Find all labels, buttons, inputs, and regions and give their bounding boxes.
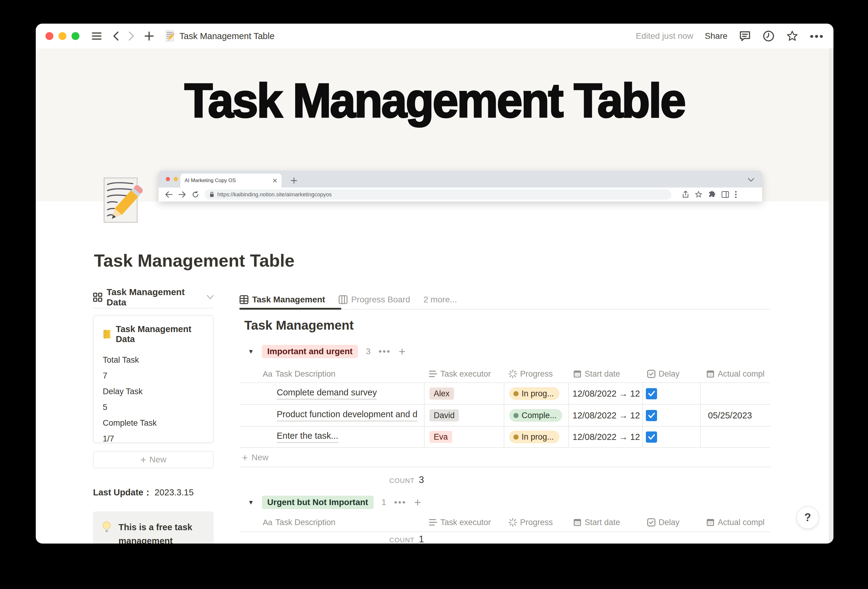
group-more-icon[interactable]: ••• <box>394 497 406 508</box>
calendar-icon <box>706 518 714 527</box>
task-title[interactable]: Complete demand survey <box>277 388 377 400</box>
table-header-row: Aa Task Description Task executor Progre… <box>239 367 771 381</box>
toolbar: Task Management Table Edited just now Sh… <box>36 24 833 49</box>
calendar-icon <box>573 370 582 378</box>
vertical-scrollbar[interactable] <box>829 49 833 543</box>
group-add-icon[interactable]: + <box>399 345 405 358</box>
column-task-description[interactable]: Aa Task Description <box>239 515 424 530</box>
data-card[interactable]: Task Management Data Total Task 7 Delay … <box>93 315 214 443</box>
tab-plus-icon <box>291 177 297 184</box>
active-tab-underline <box>239 308 341 310</box>
stat-value: 5 <box>103 399 204 415</box>
page-cover: Task Management Table AI Marketing Copy … <box>36 49 833 201</box>
delay-checkbox-checked[interactable] <box>646 388 657 399</box>
column-delay[interactable]: Delay <box>642 515 700 530</box>
history-icon[interactable] <box>763 30 775 42</box>
executor-tag[interactable]: David <box>430 409 459 421</box>
back-icon[interactable] <box>113 31 119 41</box>
browser-bookmark-star-icon <box>695 191 702 198</box>
column-progress[interactable]: Progress <box>504 367 568 381</box>
column-start-date[interactable]: Start date <box>568 515 642 530</box>
table-row[interactable]: Complete demand survey Alex In prog... 1… <box>239 382 771 404</box>
traffic-light-zoom[interactable] <box>72 32 80 40</box>
callout: This is a free task management system. <box>93 511 214 543</box>
actual-completion-cell[interactable]: 05/25/2023 <box>700 405 771 426</box>
window-title: Task Management Table <box>179 31 275 41</box>
count-value: 1 <box>419 534 424 543</box>
bulb-icon <box>102 521 112 534</box>
column-delay[interactable]: Delay <box>642 367 700 381</box>
sidebar-new-button[interactable]: + New <box>93 451 214 468</box>
column-actual-completion[interactable]: Actual compl <box>700 367 771 381</box>
column-start-date[interactable]: Start date <box>568 367 642 381</box>
page-icon-memo[interactable] <box>97 177 144 224</box>
tabbar-chevron-down-icon <box>748 178 754 182</box>
group-toggle-icon[interactable]: ▼ <box>248 348 254 355</box>
plus-icon: + <box>140 455 146 465</box>
group-header-important-urgent: ▼ Important and urgent 3 ••• + <box>248 343 406 360</box>
column-actual-completion[interactable]: Actual compl <box>700 515 771 530</box>
status-dot <box>514 413 518 418</box>
card-title: Task Management Data <box>116 324 204 344</box>
comments-icon[interactable] <box>739 30 751 42</box>
actual-completion-cell[interactable] <box>700 427 771 447</box>
table-new-row[interactable]: + New <box>239 449 771 467</box>
share-button[interactable]: Share <box>705 31 728 41</box>
progress-status[interactable]: In prog... <box>509 387 559 400</box>
more-options-icon[interactable]: ••• <box>810 30 824 42</box>
task-title[interactable]: Enter the task... <box>277 431 338 443</box>
group-add-icon[interactable]: + <box>414 496 421 509</box>
lock-icon <box>210 192 214 198</box>
tab-more-views[interactable]: 2 more... <box>424 295 457 304</box>
group-count-footer[interactable]: COUNT 3 <box>239 474 424 486</box>
database-tabs: Task Management Progress Board 2 more... <box>239 290 457 309</box>
group-toggle-icon[interactable]: ▼ <box>248 499 254 506</box>
new-row-label: New <box>252 453 269 462</box>
notebook-icon <box>103 329 112 340</box>
table-row[interactable]: Enter the task... Eva In prog... 12/08/2… <box>239 426 771 448</box>
executor-tag[interactable]: Eva <box>430 431 452 443</box>
start-date-cell[interactable]: 12/08/2022 → 12 <box>568 427 642 447</box>
tab-label: Progress Board <box>351 295 410 304</box>
progress-status[interactable]: Comple... <box>509 409 562 422</box>
board-view-icon <box>338 295 348 304</box>
table-row[interactable]: Product function development and d David… <box>239 404 771 426</box>
url-text: https://kaibinding.notion.site/aimarketi… <box>217 192 332 198</box>
cover-hero-title: Task Management Table <box>36 73 833 128</box>
task-title[interactable]: Product function development and d <box>277 409 417 421</box>
tab-task-management[interactable]: Task Management <box>239 295 325 304</box>
executor-tag[interactable]: Alex <box>430 388 454 400</box>
menu-icon[interactable] <box>92 32 102 40</box>
forward-icon[interactable] <box>128 31 134 41</box>
browser-mockup: AI Marketing Copy OS https://kaibinding.… <box>158 171 762 201</box>
delay-checkbox-checked[interactable] <box>646 431 657 443</box>
page-title: Task Management Table <box>94 250 295 270</box>
progress-status[interactable]: In prog... <box>509 431 559 443</box>
column-task-executor[interactable]: Task executor <box>424 367 504 381</box>
start-date-cell[interactable]: 12/08/2022 → 12 <box>568 405 642 426</box>
tab-progress-board[interactable]: Progress Board <box>338 295 410 304</box>
group-more-icon[interactable]: ••• <box>379 346 391 357</box>
new-tab-icon[interactable] <box>144 31 154 41</box>
browser-forward-icon <box>179 191 186 198</box>
traffic-light-close[interactable] <box>46 32 53 40</box>
group-count-footer[interactable]: COUNT 1 <box>239 534 424 543</box>
text-property-icon: Aa <box>263 369 272 379</box>
group-badge[interactable]: Important and urgent <box>262 345 358 358</box>
column-task-executor[interactable]: Task executor <box>424 515 504 530</box>
stat-label: Total Task <box>103 352 204 368</box>
last-update: Last Update： 2023.3.15 <box>93 487 214 499</box>
favorite-star-icon[interactable] <box>786 30 798 42</box>
traffic-light-minimize[interactable] <box>59 32 66 40</box>
group-badge[interactable]: Urgent but Not Important <box>262 496 374 509</box>
column-progress[interactable]: Progress <box>504 515 568 530</box>
help-button[interactable]: ? <box>796 506 819 529</box>
browser-tab-bar: AI Marketing Copy OS <box>158 171 762 187</box>
delay-checkbox-checked[interactable] <box>646 410 657 421</box>
start-date-cell[interactable]: 12/08/2022 → 12 <box>568 383 642 404</box>
view-switcher[interactable]: Task Management Data <box>93 290 214 305</box>
browser-toolbar: https://kaibinding.notion.site/aimarketi… <box>158 187 762 201</box>
address-bar[interactable]: https://kaibinding.notion.site/aimarketi… <box>205 189 671 200</box>
actual-completion-cell[interactable] <box>700 383 771 404</box>
column-task-description[interactable]: Aa Task Description <box>239 367 424 381</box>
